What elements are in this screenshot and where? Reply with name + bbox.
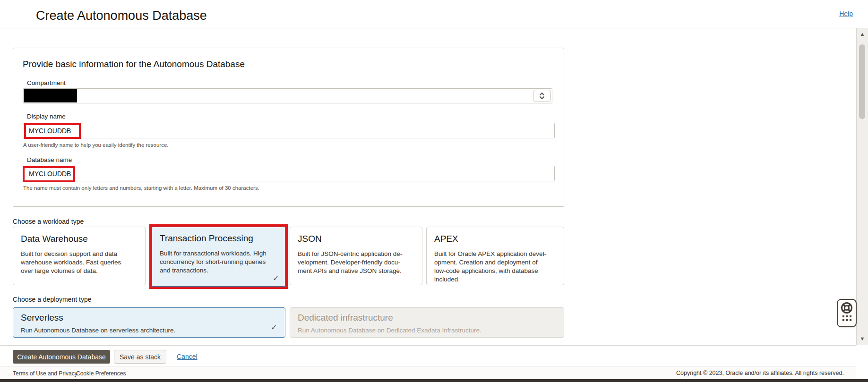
database-name-helper: The name must contain only letters and n… [23,185,259,191]
display-name-input[interactable] [23,123,555,138]
create-autonomous-database-page: Create Autonomous Database Help Provide … [0,0,868,382]
create-autonomous-database-button[interactable]: Create Autonomous Database [13,350,110,364]
database-name-label: Database name [27,156,72,163]
life-ring-icon [840,301,853,314]
page-title: Create Autonomous Database [36,8,207,23]
deployment-card-description: Run Autonomous Database on serverless ar… [21,327,277,334]
workload-card-apex[interactable]: APEX Built for Oracle APEX application d… [426,227,564,285]
scroll-down-icon[interactable]: ▼ [857,336,868,341]
page-footer: Terms of Use and Privacy Cookie Preferen… [0,366,856,379]
workload-type-label: Choose a workload type [13,218,84,225]
database-name-input[interactable] [23,166,555,181]
scroll-up-icon[interactable]: ▲ [857,31,868,37]
help-link[interactable]: Help [839,10,853,17]
selected-check-icon: ✓ [273,273,279,283]
workload-card-title: JSON [298,234,414,244]
support-widget-button[interactable] [837,299,857,327]
cookie-preferences-link[interactable]: Cookie Preferences [76,370,126,377]
page-header: Create Autonomous Database Help [0,0,868,28]
workload-card-description: Built for JSON-centric application de- v… [298,250,414,275]
workload-card-description: Built for transactional workloads. High … [160,249,277,275]
workload-card-description: Built for decision support and data ware… [21,250,138,275]
basic-info-card: Provide basic information for the Autono… [13,48,564,207]
bottom-window-edge [0,379,868,382]
workload-card-data-warehouse[interactable]: Data Warehouse Built for decision suppor… [13,227,146,285]
workload-card-transaction-processing[interactable]: Transaction Processing Built for transac… [152,227,285,287]
selected-check-icon: ✓ [271,323,277,332]
compartment-stepper[interactable] [533,90,551,102]
compartment-select[interactable] [23,88,552,103]
copyright-text: Copyright © 2023, Oracle and/or its affi… [676,370,844,376]
workload-card-json[interactable]: JSON Built for JSON-centric application … [290,227,422,285]
workload-card-title: Data Warehouse [21,234,138,244]
workload-card-title: Transaction Processing [160,233,277,244]
terms-of-use-link[interactable]: Terms of Use and Privacy [13,370,77,377]
compartment-value-redacted [24,89,77,102]
transaction-processing-annotation-box: Transaction Processing Built for transac… [149,224,288,289]
deployment-type-label: Choose a deployment type [13,296,92,303]
display-name-label: Display name [27,113,66,120]
action-bar: Create Autonomous Database Save as stack… [0,345,856,366]
grid-dots-icon [842,315,851,321]
deployment-card-serverless[interactable]: Serverless Run Autonomous Database on se… [13,307,285,338]
cancel-link[interactable]: Cancel [177,353,198,360]
chevron-up-down-icon [539,92,545,100]
workload-card-title: APEX [434,234,556,244]
scrollbar-thumb[interactable] [859,44,865,119]
compartment-label: Compartment [27,79,66,86]
deployment-card-title: Dedicated infrastructure [298,313,556,323]
deployment-card-dedicated-infrastructure: Dedicated infrastructure Run Autonomous … [290,307,564,338]
workload-card-description: Built for Oracle APEX application devel-… [434,250,556,284]
save-as-stack-button[interactable]: Save as stack [114,350,166,364]
display-name-helper: A user-friendly name to help you easily … [23,142,168,148]
deployment-card-title: Serverless [21,313,277,323]
basic-info-heading: Provide basic information for the Autono… [23,59,245,69]
deployment-card-description: Run Autonomous Database on Dedicated Exa… [298,327,556,334]
vertical-scrollbar[interactable]: ▲ ▼ [856,28,868,345]
